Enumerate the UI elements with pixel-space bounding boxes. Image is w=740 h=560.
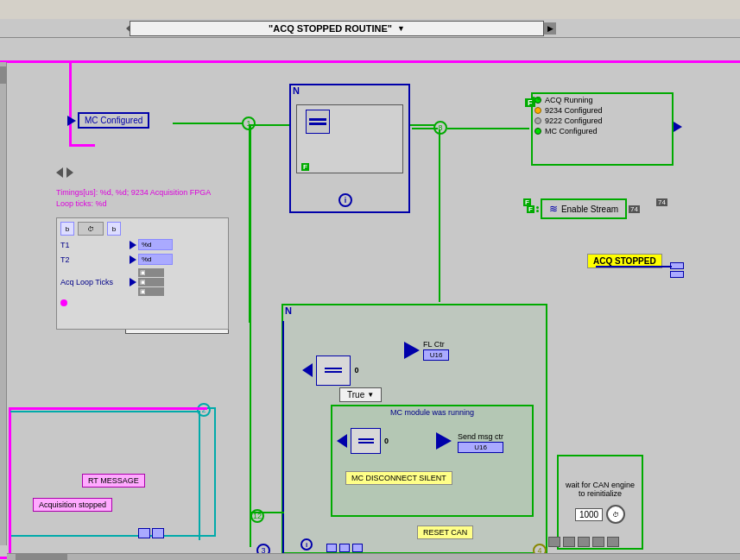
- select-icon: [306, 110, 330, 134]
- t2-label: T2: [60, 255, 130, 264]
- bottom-connectors: [326, 544, 363, 552]
- wire-pink-top-cyan: [9, 407, 207, 410]
- send-msg-label: Send msg ctr: [458, 432, 503, 441]
- acq-status-arrow-icon: [674, 122, 682, 132]
- left-scrollbar[interactable]: [0, 62, 7, 545]
- timing-box: b ⏱ b T1 %d T2 %d Acq Loop Ticks ▣ ▣ ▣: [56, 217, 229, 330]
- dot2: [537, 97, 541, 100]
- dot1: [532, 97, 535, 100]
- n-block-inner: F: [296, 104, 403, 173]
- node-i-bottom: i: [300, 538, 313, 551]
- outer-cyan-box: [9, 407, 216, 537]
- wire-pink-vert1: [69, 60, 72, 147]
- true-dropdown-area[interactable]: True ▼: [339, 387, 382, 402]
- acq-9222-row: 9222 Configured: [534, 116, 670, 125]
- sel-box: [316, 356, 351, 386]
- bottom-scrollbar[interactable]: [7, 553, 740, 560]
- wait-can-box: wait for CAN engine to reinitialize 1000…: [557, 455, 643, 550]
- mc-configured-area: MC Configured: [67, 112, 149, 129]
- wire-green-to-8: [412, 128, 438, 129]
- brc4: [592, 537, 604, 547]
- wire-green-8-down: [439, 129, 440, 302]
- brc3: [578, 537, 590, 547]
- acq-mc-dot: [534, 128, 541, 135]
- wire-green-8-to-status: [447, 128, 529, 129]
- disabled-dropdown-area[interactable]: Disabled ▼: [56, 167, 73, 178]
- brc2: [563, 537, 575, 547]
- timer-icon: ⏱: [606, 505, 625, 524]
- wait-can-text: wait for CAN engine to reinitialize: [562, 481, 638, 498]
- acq-mc-configured-label: MC Configured: [545, 127, 598, 135]
- acq-status-box: ACQ Running 9234 Configured 9222 Configu…: [531, 92, 674, 166]
- wait-1000-value: 1000: [575, 508, 603, 521]
- wire-green-mc-1: [173, 123, 246, 124]
- brc1: [548, 537, 560, 547]
- routine-title: "ACQ STOPPED ROUTINE": [269, 23, 392, 34]
- n-block-bottom: N FL Ctr U16 0: [281, 304, 547, 554]
- wire-pink-left-vert: [9, 407, 11, 560]
- bottom-left-connectors: [138, 528, 164, 538]
- mc-disconnect-area: MC DISCONNECT SILENT: [345, 471, 452, 485]
- f-label-inner: F: [301, 163, 309, 171]
- mc-module-label: MC module was running: [332, 406, 532, 418]
- mc-sel-l2: [358, 442, 374, 444]
- acq-stopped-conn2: [670, 271, 684, 278]
- f-label-dots: [532, 97, 541, 100]
- mc-amp-area: [436, 432, 452, 450]
- wire-pink-h2: [69, 144, 95, 147]
- true-arrow-icon: ▼: [367, 391, 374, 399]
- sel-left-icon: [302, 363, 313, 377]
- timing-t1-row: T1 %d: [60, 239, 225, 250]
- timing-clock-icon: ⏱: [78, 222, 104, 236]
- acq-val-3: ▣: [138, 287, 164, 296]
- wire-cyan-v: [199, 411, 200, 540]
- acq-val-1: ▣: [138, 268, 164, 277]
- enable-stream-button[interactable]: ≋ Enable Stream: [541, 198, 627, 219]
- selector-block: [306, 110, 330, 134]
- fl-ctr-group: FL Ctr U16: [423, 340, 449, 361]
- acq-stopped-connector: [670, 262, 684, 278]
- acq-running-label: ACQ Running: [545, 96, 593, 104]
- enable-stream-label: Enable Stream: [561, 204, 618, 214]
- rt-message-label: RT MESSAGE: [82, 474, 145, 488]
- dropdown-arrow-icon: ▼: [397, 24, 405, 33]
- timing-icon-2: b: [107, 222, 121, 236]
- acq-loop-row: Acq Loop Ticks ▣ ▣ ▣: [60, 268, 225, 296]
- t1-value: %d: [138, 239, 173, 250]
- wire-blue-acq-stopped: [596, 266, 672, 267]
- mc-zero-val: 0: [384, 437, 389, 445]
- sel-line1: [309, 118, 326, 121]
- conn1: [326, 544, 337, 552]
- timing-t2-row: T2 %d: [60, 254, 225, 265]
- fl-ctr-area: FL Ctr U16: [404, 340, 449, 361]
- mc-inner-amp: 0: [337, 428, 389, 454]
- n-block-top: N F i: [289, 84, 410, 213]
- disabled-arrow-left-icon: [56, 167, 63, 178]
- mc-configured-block: MC Configured: [78, 112, 149, 129]
- mc-disconnect-label: MC DISCONNECT SILENT: [345, 471, 452, 485]
- acq-9234-label: 9234 Configured: [545, 106, 603, 115]
- bottom-scroll-thumb[interactable]: [16, 554, 67, 560]
- brc5: [607, 537, 619, 547]
- stream-dots: [536, 206, 539, 212]
- acq-running-row: ACQ Running: [534, 96, 670, 104]
- t2-value: %d: [138, 254, 173, 265]
- stream-dot2: [536, 210, 539, 212]
- disabled-arrow-right-icon: [66, 167, 73, 178]
- acq-9222-label: 9222 Configured: [545, 116, 603, 125]
- bottom-right-connectors: [548, 537, 619, 547]
- scroll-right-icon[interactable]: ▶: [544, 22, 556, 35]
- routine-dropdown[interactable]: "ACQ STOPPED ROUTINE" ▼: [130, 21, 544, 36]
- acq-9222-dot: [534, 117, 541, 124]
- left-scroll-thumb[interactable]: [0, 66, 7, 84]
- t2-arrow-icon: [130, 255, 136, 264]
- info-icon: i: [338, 193, 352, 207]
- mc-module-box: MC module was running 0 Send msg ctr U16: [331, 405, 534, 517]
- f-label-enable: F: [523, 198, 531, 206]
- true-dropdown[interactable]: True ▼: [339, 387, 382, 402]
- wire-pink-top: [0, 60, 740, 63]
- stream-idx: 74: [629, 205, 640, 213]
- acq-stopped-conn1: [670, 262, 684, 269]
- stream-dot1: [536, 206, 539, 209]
- sel-l1: [325, 368, 342, 369]
